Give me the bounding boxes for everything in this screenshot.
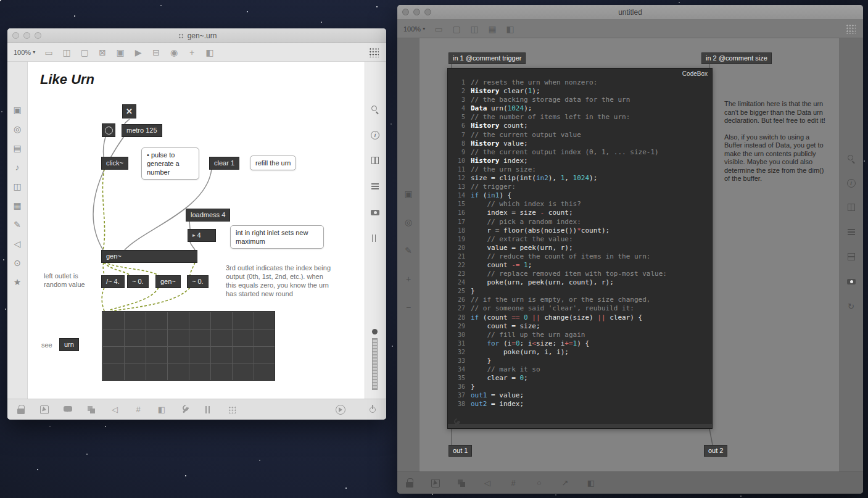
refresh-icon[interactable]: ↻	[846, 301, 856, 311]
paint-icon[interactable]: ◧	[586, 478, 596, 488]
button-icon[interactable]: ⊟	[151, 48, 161, 57]
comment-box-icon[interactable]: ▢	[452, 24, 461, 34]
audio-status-icon[interactable]: ◎	[12, 124, 22, 134]
audio-io-icon[interactable]: ⊙	[12, 258, 22, 268]
paint-bucket-icon[interactable]: ◧	[205, 48, 215, 57]
object-palette-icon[interactable]	[368, 46, 380, 59]
console-icon[interactable]: ▤	[12, 143, 22, 153]
favorites-icon[interactable]: ★	[12, 277, 22, 287]
run-button[interactable]	[336, 405, 345, 415]
edit-icon[interactable]: ✎	[12, 220, 22, 230]
zoom-control[interactable]: 100%▾	[403, 25, 425, 33]
level-meter[interactable]	[372, 338, 378, 390]
paint-bucket-icon[interactable]: ◧	[505, 24, 515, 34]
signal-number-object-1[interactable]: ~ 0.	[127, 275, 149, 288]
info-icon[interactable]: i	[847, 179, 856, 188]
metro-icon[interactable]: ◉	[169, 48, 179, 57]
divide-object[interactable]: /~ 4.	[101, 275, 125, 288]
comment-refill[interactable]: refill the urn	[250, 156, 296, 170]
lock-icon[interactable]	[405, 478, 415, 488]
outlet-2-object[interactable]: out 2	[704, 445, 727, 457]
images-icon[interactable]: ▦	[12, 201, 22, 210]
comment-left-outlet[interactable]: left outlet is random value	[44, 272, 94, 289]
object-box-icon[interactable]: ▭	[434, 24, 444, 34]
zoom-out-icon[interactable]: −	[403, 302, 413, 312]
minimize-button[interactable]	[413, 9, 420, 15]
button-object[interactable]	[102, 123, 115, 137]
codebox-scrollbar[interactable]	[448, 424, 712, 428]
circle-icon[interactable]: ○	[534, 478, 544, 488]
object-palette-icon[interactable]	[845, 23, 857, 35]
click-object[interactable]: click~	[101, 157, 128, 170]
comment-int-inlet[interactable]: int in right inlet sets new maximum	[230, 225, 324, 249]
grid-icon[interactable]: #	[508, 478, 518, 488]
message-box-icon[interactable]: ◫	[469, 24, 479, 34]
bars-icon[interactable]	[204, 405, 213, 415]
snapshot-camera-icon[interactable]	[370, 207, 380, 217]
inspector-panel-icon[interactable]	[846, 202, 856, 212]
patcher-windows-icon[interactable]	[457, 478, 466, 488]
pointer-tool-icon[interactable]	[39, 405, 49, 415]
scope-display[interactable]	[102, 311, 275, 381]
object-palette-icon[interactable]: ▣	[12, 105, 22, 115]
close-button[interactable]	[402, 9, 409, 15]
number-box[interactable]: ▸ 4	[188, 229, 216, 242]
reference-panel-icon[interactable]	[846, 252, 856, 262]
add-object-icon[interactable]: +	[187, 48, 197, 57]
clippings-icon[interactable]: ◫	[12, 181, 22, 191]
comment-see[interactable]: see	[41, 341, 52, 349]
search-icon[interactable]	[370, 105, 380, 115]
zoom-control[interactable]: 100%▾	[14, 49, 35, 56]
gen-object-small[interactable]: gen~	[155, 275, 181, 288]
urn-object[interactable]: urn	[59, 338, 79, 351]
grid-box-icon[interactable]: ▦	[487, 24, 497, 34]
speaker-icon[interactable]: ◁	[12, 239, 22, 249]
dotgrid-icon[interactable]	[227, 405, 237, 415]
comment-note[interactable]: The limitation here is that the urn can'…	[724, 100, 825, 183]
toggle-object[interactable]: ✕	[122, 104, 136, 118]
patcher-windows-icon[interactable]	[86, 405, 96, 415]
inspector-panel-icon[interactable]	[370, 156, 380, 165]
wrench-icon[interactable]	[452, 418, 461, 428]
loadmess-object[interactable]: loadmess 4	[186, 209, 230, 222]
zoom-in-icon[interactable]: +	[403, 274, 413, 284]
audio-status-icon[interactable]: ◎	[403, 217, 413, 227]
info-icon[interactable]: i	[371, 131, 379, 139]
object-palette-icon[interactable]: ▣	[403, 189, 413, 199]
comment-tool-icon[interactable]	[63, 405, 73, 415]
comment-box-icon[interactable]: ▢	[80, 48, 89, 57]
signal-number-object-2[interactable]: ~ 0.	[187, 275, 209, 288]
inlet-1-object[interactable]: in 1 @comment trigger	[448, 52, 526, 64]
grid-icon[interactable]: #	[133, 405, 143, 415]
search-icon[interactable]	[846, 154, 856, 164]
list-view-icon[interactable]	[846, 227, 856, 237]
object-box-icon[interactable]: ▭	[44, 48, 54, 57]
gen-object[interactable]: gen~	[101, 250, 197, 263]
zoom-slider-knob[interactable]	[372, 329, 378, 334]
comment-pulse[interactable]: • pulse to generate a number	[141, 147, 199, 180]
clippings-icon[interactable]: ✎	[403, 246, 413, 255]
comment-third-outlet[interactable]: 3rd outlet indicates the index being out…	[226, 264, 334, 298]
inlet-2-object[interactable]: in 2 @comment size	[701, 52, 772, 64]
lock-icon[interactable]	[16, 405, 26, 415]
power-button[interactable]	[368, 405, 378, 415]
titlebar[interactable]: untitled	[397, 5, 863, 20]
filters-icon[interactable]	[370, 233, 380, 243]
paint-icon[interactable]: ◧	[157, 405, 167, 415]
pointer-tool-icon[interactable]	[431, 478, 440, 488]
wrench-icon[interactable]	[180, 405, 190, 415]
number-box-icon[interactable]: ▣	[115, 48, 125, 57]
codebox-object[interactable]: CodeBox 1// resets the urn when nonzero:…	[447, 68, 713, 429]
mute-icon[interactable]: ◁	[482, 478, 492, 488]
patcher-canvas[interactable]: in 1 @comment trigger in 2 @comment size…	[420, 38, 839, 471]
clear-object[interactable]: clear 1	[209, 157, 239, 170]
metro-object[interactable]: metro 125	[122, 124, 162, 137]
close-button[interactable]	[12, 32, 19, 39]
patch-title-comment[interactable]: Like Urn	[40, 72, 94, 88]
message-box-icon[interactable]: ◫	[62, 48, 72, 57]
code-editor[interactable]: 1// resets the urn when nonzero:2History…	[452, 78, 709, 409]
zoom-button[interactable]	[424, 9, 431, 15]
list-view-icon[interactable]	[370, 181, 380, 191]
minimize-button[interactable]	[23, 32, 30, 39]
playbar-icon[interactable]: ▶	[133, 48, 143, 57]
